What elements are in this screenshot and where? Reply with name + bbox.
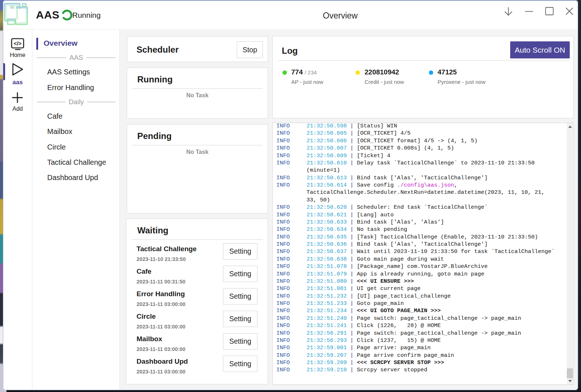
svg-text:</>: </> bbox=[14, 40, 22, 46]
